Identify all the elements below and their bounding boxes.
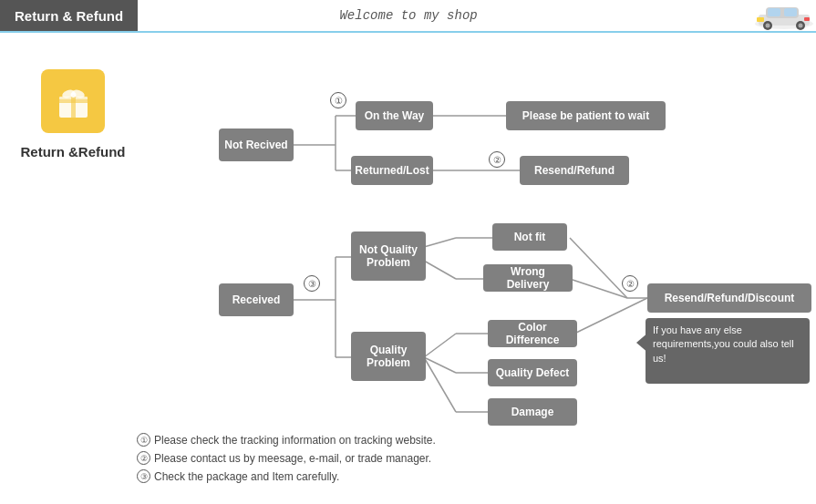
svg-point-8: [799, 24, 803, 28]
box-quality-defect: Quality Defect: [488, 359, 577, 386]
svg-rect-4: [784, 8, 797, 16]
svg-line-37: [424, 334, 456, 357]
svg-line-34: [570, 238, 627, 298]
circle-2-mid: ②: [622, 275, 638, 292]
note-text-2: Please contact us by meesage, e-mail, or…: [154, 449, 431, 468]
svg-rect-9: [757, 17, 764, 22]
box-color-difference: Color Difference: [488, 320, 577, 347]
header-welcome: Welcome to my shop: [339, 8, 550, 23]
box-not-quality: Not Quality Problem: [351, 231, 426, 281]
note-circle-1: ①: [137, 433, 150, 447]
svg-line-39: [424, 357, 456, 373]
box-not-received: Not Recived: [219, 129, 294, 161]
note-circle-2: ②: [137, 451, 150, 465]
svg-rect-14: [59, 99, 88, 103]
box-resend-refund-top: Resend/Refund: [520, 156, 629, 185]
box-wrong-delivery: Wrong Delivery: [483, 264, 573, 292]
arrow-decoration: [636, 332, 649, 354]
circle-1-top: ①: [330, 92, 346, 108]
svg-line-32: [424, 261, 456, 279]
main-content: Return &Refund: [0, 33, 816, 504]
box-damage: Damage: [488, 398, 577, 426]
header-car: [752, 0, 816, 32]
note-text-3: Check the package and Item carefully.: [154, 468, 339, 486]
box-returned-lost: Returned/Lost: [351, 156, 433, 185]
note-item-2: ② Please contact us by meesage, e-mail, …: [137, 449, 436, 468]
gift-icon: [41, 69, 105, 133]
diagram: Not Recived On the Way Returned/Lost Ple…: [128, 42, 816, 504]
box-please-patient: Please be patient to wait: [506, 101, 666, 130]
svg-line-41: [424, 357, 456, 412]
circle-2-top: ②: [489, 151, 505, 168]
box-received: Received: [219, 283, 294, 316]
svg-point-6: [766, 24, 770, 28]
box-resend-refund-discount: Resend/Refund/Discount: [647, 283, 811, 313]
header-title: Return & Refund: [0, 0, 138, 31]
circle-3-mid: ③: [304, 275, 320, 292]
svg-line-35: [570, 279, 627, 298]
svg-line-30: [424, 238, 456, 247]
notes-section: ① Please check the tracking information …: [137, 431, 436, 486]
note-circle-3: ③: [137, 469, 150, 483]
svg-line-43: [574, 298, 647, 334]
svg-rect-10: [804, 17, 810, 21]
box-requirements: If you have any else requirements,you co…: [646, 318, 810, 384]
note-item-3: ③ Check the package and Item carefully.: [137, 468, 436, 486]
header: Return & Refund Welcome to my shop: [0, 0, 816, 33]
svg-point-17: [70, 92, 76, 98]
svg-rect-3: [768, 8, 780, 16]
note-item-1: ① Please check the tracking information …: [137, 431, 436, 449]
box-on-the-way: On the Way: [356, 101, 433, 130]
box-quality-problem: Quality Problem: [351, 332, 426, 381]
sidebar: Return &Refund: [18, 42, 128, 504]
sidebar-label: Return &Refund: [21, 144, 126, 159]
box-not-fit: Not fit: [492, 223, 567, 251]
note-text-1: Please check the tracking information on…: [154, 431, 436, 449]
